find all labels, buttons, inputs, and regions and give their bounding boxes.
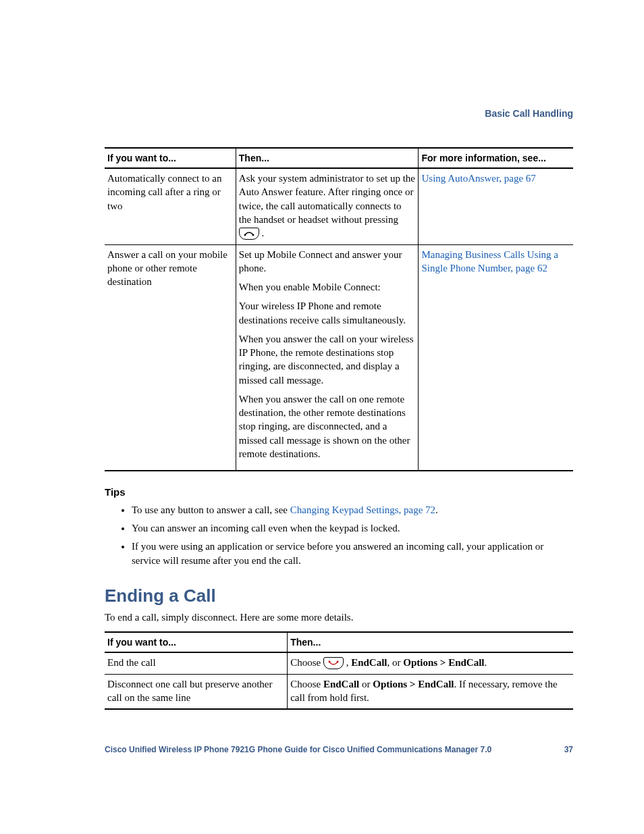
- cell-text: Choose: [290, 657, 323, 668]
- table-header: For more information, see...: [419, 148, 573, 168]
- cell-info: Managing Business Calls Using a Single P…: [419, 244, 573, 471]
- end-key-icon: [323, 657, 344, 669]
- cell-para: When you enable Mobile Connect:: [239, 280, 416, 294]
- cell-then: Choose EndCall or Options > EndCall. If …: [288, 674, 573, 709]
- cell-para: When you answer the call on your wireles…: [239, 332, 416, 387]
- cell-para: When you answer the call on one remote d…: [239, 392, 416, 461]
- bold-label: Options > EndCall: [373, 679, 454, 689]
- cell-then: Set up Mobile Connect and answer your ph…: [236, 244, 419, 471]
- answer-key-icon: [239, 228, 259, 240]
- list-item: To use any button to answer a call, see …: [132, 503, 573, 517]
- link-keypad-settings[interactable]: Changing Keypad Settings, page 72: [290, 504, 435, 515]
- cell-text: Choose: [290, 679, 323, 689]
- table-header: Then...: [288, 632, 573, 652]
- cell-want: Disconnect one call but preserve another…: [105, 674, 288, 709]
- cell-text: .: [262, 228, 265, 238]
- table-header: If you want to...: [105, 148, 236, 168]
- tip-text: To use any button to answer a call, see: [132, 504, 290, 515]
- cell-text: , or: [387, 657, 404, 668]
- cell-then: Ask your system administrator to set up …: [236, 168, 419, 244]
- list-item: You can answer an incoming call even whe…: [132, 521, 573, 536]
- table-answering-calls: If you want to... Then... For more infor…: [105, 147, 573, 471]
- cell-then: Choose , EndCall, or Options > EndCall.: [288, 652, 573, 674]
- cell-want: Answer a call on your mobile phone or ot…: [105, 244, 236, 471]
- list-item: If you were using an application or serv…: [132, 540, 573, 568]
- tips-list: To use any button to answer a call, see …: [105, 503, 573, 568]
- svg-point-0: [244, 234, 246, 236]
- svg-point-3: [337, 660, 339, 662]
- table-row: Answer a call on your mobile phone or ot…: [105, 244, 573, 471]
- cell-want: End the call: [105, 652, 288, 674]
- tip-text: .: [435, 504, 438, 515]
- page: Basic Call Handling If you want to... Th…: [0, 0, 644, 834]
- svg-point-1: [252, 234, 254, 236]
- cell-text: Ask your system administrator to set up …: [239, 173, 415, 225]
- table-ending-call: If you want to... Then... End the call C…: [105, 631, 573, 710]
- page-footer: Cisco Unified Wireless IP Phone 7921G Ph…: [105, 745, 573, 754]
- link-autoanswer[interactable]: Using AutoAnswer, page 67: [421, 173, 535, 184]
- section-title-ending-call: Ending a Call: [105, 585, 573, 606]
- cell-para: Your wireless IP Phone and remote destin…: [239, 299, 416, 327]
- table-row: Disconnect one call but preserve another…: [105, 674, 573, 709]
- table-row: Automatically connect to an incoming cal…: [105, 168, 573, 244]
- section-intro: To end a call, simply disconnect. Here a…: [105, 612, 573, 623]
- footer-title: Cisco Unified Wireless IP Phone 7921G Ph…: [105, 745, 491, 754]
- cell-para: Set up Mobile Connect and answer your ph…: [239, 248, 416, 276]
- bold-label: EndCall: [323, 679, 359, 689]
- cell-text: .: [485, 657, 487, 668]
- tips-heading: Tips: [105, 486, 573, 498]
- svg-point-2: [329, 660, 331, 662]
- bold-label: Options > EndCall: [403, 657, 484, 668]
- link-managing-business-calls[interactable]: Managing Business Calls Using a Single P…: [421, 249, 558, 273]
- table-header: If you want to...: [105, 632, 288, 652]
- page-number: 37: [564, 745, 573, 754]
- section-header: Basic Call Handling: [105, 108, 573, 119]
- cell-want: Automatically connect to an incoming cal…: [105, 168, 236, 244]
- cell-info: Using AutoAnswer, page 67: [419, 168, 573, 244]
- bold-label: EndCall: [351, 657, 387, 668]
- cell-text: or: [359, 679, 373, 689]
- table-header: Then...: [236, 148, 419, 168]
- table-row: End the call Choose , EndCall, or Option…: [105, 652, 573, 674]
